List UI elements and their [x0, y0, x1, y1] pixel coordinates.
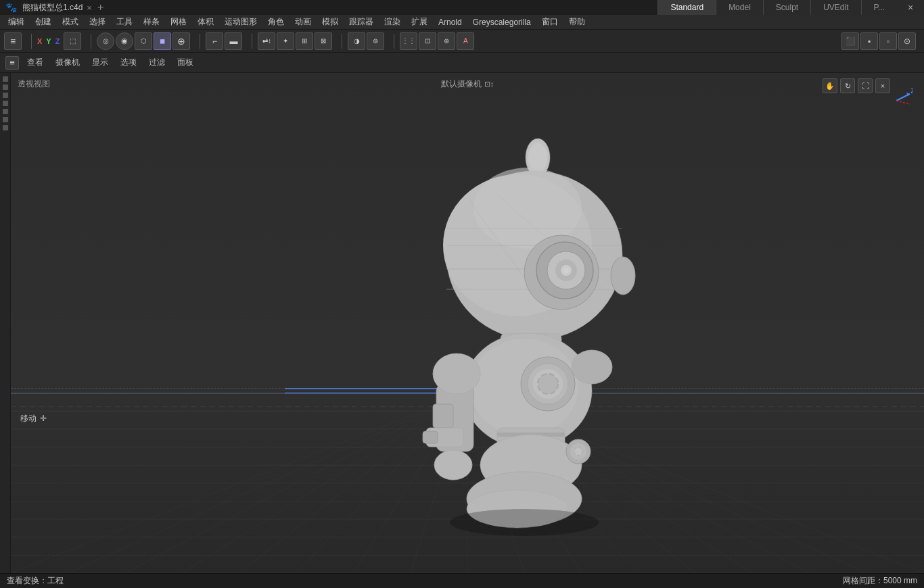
new-tab-btn[interactable]: +: [97, 1, 103, 14]
sidebar-tool-3[interactable]: [3, 93, 8, 98]
camera-icon: ⊡↕: [484, 80, 494, 89]
coord-x-label: X: [37, 37, 42, 45]
menu-render[interactable]: 渲染: [379, 15, 406, 29]
menu-animate[interactable]: 动画: [290, 15, 317, 29]
mode-btn-2[interactable]: ◉: [116, 32, 133, 50]
right-btn-render2[interactable]: ▪: [860, 32, 878, 50]
svg-point-32: [433, 353, 480, 394]
sidebar-tool-4[interactable]: [3, 101, 8, 106]
mode-btn-1[interactable]: ◎: [97, 32, 114, 50]
mode-btn-5[interactable]: ⊕: [172, 32, 190, 50]
menu-view[interactable]: 查看: [23, 55, 47, 70]
model-container: [11, 73, 924, 573]
viewport[interactable]: 透视视图 默认摄像机 ⊡↕ ✋ ↻ ⛶ × Z: [11, 73, 924, 573]
menu-mograph[interactable]: 运动图形: [219, 15, 262, 29]
sidebar-tool-7[interactable]: [3, 125, 8, 130]
statusbar-view-mode: 查看变换：工程: [7, 575, 64, 587]
menu-display[interactable]: 显示: [88, 55, 112, 70]
right-btn-render3[interactable]: ▫: [879, 32, 897, 50]
camera-label: 默认摄像机 ⊡↕: [441, 78, 494, 90]
hamburger-btn-2[interactable]: ≡: [5, 56, 19, 70]
transform-btn-align[interactable]: ⊠: [315, 32, 332, 50]
tab-close-btn[interactable]: ×: [87, 3, 92, 13]
tab-standard[interactable]: Standard: [657, 0, 716, 15]
viewport-toolbar: ≡ 查看 摄像机 显示 选项 过滤 面板: [0, 53, 924, 73]
nav-hand-btn[interactable]: ✋: [823, 78, 837, 93]
move-cross-icon: ✛: [40, 414, 47, 423]
render-btn-2[interactable]: ⊚: [367, 32, 384, 50]
mode-btn-4[interactable]: ◼: [154, 32, 171, 50]
menu-simulate[interactable]: 模拟: [317, 15, 344, 29]
camera-label-text: 默认摄像机: [441, 78, 482, 90]
menubar: 编辑 创建 模式 选择 工具 样条 网格 体积 运动图形 角色 动画 模拟 跟踪…: [0, 15, 924, 30]
shape-btn-corner[interactable]: ⌐: [206, 32, 223, 50]
titlebar-icon: 🐾: [5, 2, 17, 13]
sidebar-tool-6[interactable]: [3, 117, 8, 122]
menu-select[interactable]: 选择: [84, 15, 111, 29]
render-btn-1[interactable]: ◑: [348, 32, 365, 50]
right-btn-settings[interactable]: ⊙: [898, 32, 916, 50]
menu-camera[interactable]: 摄像机: [51, 55, 84, 70]
svg-point-44: [450, 509, 599, 536]
coord-group: X Y Z ⬚: [37, 32, 81, 50]
menu-create[interactable]: 创建: [30, 15, 57, 29]
right-toolbar-group: ⬛ ▪ ▫ ⊙: [841, 32, 916, 50]
right-btn-render[interactable]: ⬛: [841, 32, 859, 50]
tool-btn-4[interactable]: A: [457, 32, 474, 50]
nav-rotate-btn[interactable]: ↻: [840, 78, 855, 93]
transform-btn-2[interactable]: ✦: [277, 32, 294, 50]
toolbar-left-group: ≡: [4, 32, 22, 50]
menu-extend[interactable]: 扩展: [406, 15, 433, 29]
toolbar: ≡ X Y Z ⬚ ◎ ◉ ⬡ ◼ ⊕ ⌐ ▬ ⇄↕ ✦ ⊞ ⊠ ◑ ⊚ ⋮⋮ …: [0, 30, 924, 53]
svg-line-2: [896, 101, 910, 104]
coord-lock-btn[interactable]: ⬚: [64, 32, 81, 50]
menu-mode[interactable]: 模式: [57, 15, 84, 29]
sidebar-tool-2[interactable]: [3, 84, 8, 90]
tab-model[interactable]: Model: [716, 0, 763, 15]
menu-help[interactable]: 帮助: [563, 15, 591, 29]
menu-greyscale[interactable]: Greyscalegorilla: [467, 16, 536, 28]
extra-tools-group: ⋮⋮ ⊡ ⊛ A: [400, 32, 474, 50]
window-close-btn[interactable]: ×: [897, 0, 924, 15]
tab-uvedit[interactable]: UVEdit: [810, 0, 860, 15]
tab-sculpt[interactable]: Sculpt: [763, 0, 810, 15]
shape-btn-rect[interactable]: ▬: [225, 32, 242, 50]
move-label: 移动 ✛: [20, 413, 47, 424]
toolbar-sep-2: [91, 34, 91, 49]
tool-btn-1[interactable]: ⋮⋮: [400, 32, 417, 50]
nav-maximize-btn[interactable]: ⛶: [858, 78, 873, 93]
sidebar-tool-1[interactable]: [3, 76, 8, 82]
toolbar-sep-1: [31, 34, 32, 49]
menu-panel[interactable]: 面板: [173, 55, 198, 70]
svg-point-34: [434, 450, 472, 480]
svg-rect-31: [423, 431, 438, 443]
transform-group: ⇄↕ ✦ ⊞ ⊠: [258, 32, 332, 50]
menu-tracker[interactable]: 跟踪器: [344, 15, 379, 29]
tool-btn-3[interactable]: ⊛: [438, 32, 455, 50]
axis-indicator: Z: [879, 84, 913, 120]
sidebar-tool-5[interactable]: [3, 109, 8, 114]
menu-tools[interactable]: 工具: [111, 15, 138, 29]
svg-point-19: [563, 268, 569, 273]
menu-options[interactable]: 选项: [116, 55, 141, 70]
axis-z-label: Z: [910, 87, 913, 95]
menu-arnold[interactable]: Arnold: [433, 16, 467, 28]
menu-edit[interactable]: 编辑: [3, 15, 30, 29]
mode-btn-3[interactable]: ⬡: [135, 32, 152, 50]
menu-spline[interactable]: 样条: [138, 15, 165, 29]
main-area: 透视视图 默认摄像机 ⊡↕ ✋ ↻ ⛶ × Z: [0, 73, 924, 573]
transform-btn-1[interactable]: ⇄↕: [258, 32, 275, 50]
tool-btn-2[interactable]: ⊡: [419, 32, 436, 50]
menu-window[interactable]: 窗口: [536, 15, 563, 29]
transform-btn-snap[interactable]: ⊞: [296, 32, 313, 50]
menu-volume[interactable]: 体积: [192, 15, 219, 29]
statusbar: 查看变换：工程 网格间距：5000 mm: [0, 573, 924, 588]
tab-p[interactable]: P...: [861, 0, 897, 15]
hamburger-menu-btn[interactable]: ≡: [4, 32, 22, 50]
menu-mesh[interactable]: 网格: [165, 15, 192, 29]
titlebar-title: 熊猫模型总1.c4d: [22, 2, 83, 14]
menu-filter[interactable]: 过滤: [145, 55, 169, 70]
svg-rect-29: [433, 404, 453, 428]
toolbar-sep-4: [252, 34, 252, 49]
menu-character[interactable]: 角色: [262, 15, 290, 29]
